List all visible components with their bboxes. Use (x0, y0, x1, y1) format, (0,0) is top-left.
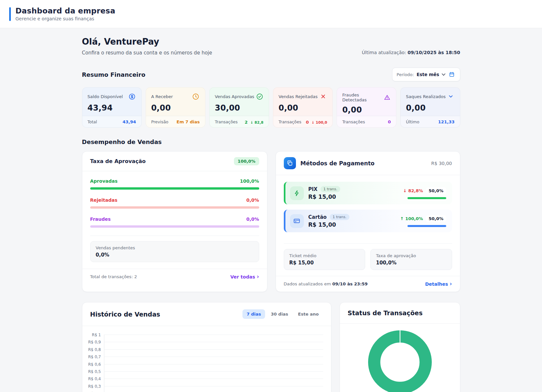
stat-footer-value: 0 (388, 119, 391, 124)
period-value: Este mês (417, 72, 439, 77)
payment-methods-icon (284, 157, 296, 169)
stat-footer-value: Em 7 dias (177, 119, 200, 124)
stat-label: Vendas Rejeitadas (279, 94, 318, 99)
stat-card-fraudes-detectadas[interactable]: Fraudes Detectadas 0,00 Transações 0 (337, 87, 396, 128)
method-trans-badge: 1 trans. (321, 186, 340, 192)
last-update-value: 09/10/2025 às 18:50 (407, 50, 460, 55)
check-circle-icon (256, 93, 263, 100)
last-update-label: Última atualização: (362, 50, 406, 55)
y-tick: R$ 1 (86, 333, 104, 340)
total-transactions: Total de transações: 2 (90, 274, 137, 279)
stat-footer-label: Transações (215, 119, 238, 124)
warning-triangle-icon (383, 93, 391, 101)
stat-label: Saldo Disponível (88, 94, 123, 99)
approval-title: Taxa de Aprovação (90, 158, 146, 164)
rate-row-aprovadas: Aprovadas 100,0% (90, 178, 259, 190)
stat-card-saques-realizados[interactable]: Saques Realizados 0,00 Último 121,33 (400, 87, 460, 128)
chart-plot-area (104, 335, 323, 392)
page-subtitle: Gerencie e organize suas finanças (15, 16, 115, 21)
method-name: PIX (308, 186, 318, 192)
chevron-down-icon (447, 93, 455, 100)
stat-card-a-receber[interactable]: A Receber 0,00 Previsão Em 7 dias (146, 87, 205, 128)
methods-updated: Dados atualizados em 09/10 às 23:59 (284, 281, 368, 286)
method-share-badge: 50,0% (426, 187, 446, 194)
greeting-title: Olá, VenturePay (82, 37, 212, 47)
period-label: Período: (397, 72, 414, 77)
stat-footer-label: Total (88, 119, 97, 124)
pending-sales-box: Vendas pendentes 0,0% (90, 241, 259, 262)
tab-este-ano[interactable]: Este ano (294, 309, 323, 319)
y-tick: R$ 0,3 (86, 384, 104, 391)
rate-row-fraudes: Fraudes 0,0% (90, 217, 259, 228)
stat-value: 43,94 (88, 103, 136, 113)
taxa-aprovacao-box: Taxa de aprovação 100,0% (370, 249, 452, 270)
y-tick: R$ 0,9 (86, 340, 104, 347)
tab-30-dias[interactable]: 30 dias (266, 309, 292, 319)
methods-total: R$ 30,00 (431, 161, 452, 166)
ticket-medio-box: Ticket médio R$ 15,00 (284, 249, 365, 270)
clock-icon (192, 93, 200, 100)
stat-value: 30,00 (215, 103, 263, 113)
page-title: Dashboard da empresa (15, 7, 115, 15)
rate-bar-aprovadas (90, 187, 259, 190)
rate-label: Fraudes (90, 217, 111, 222)
stat-value: 0,00 (406, 103, 454, 113)
greeting-subtitle: Confira o resumo da sua conta e os númer… (82, 50, 212, 56)
credit-card-icon (290, 214, 304, 228)
rate-value: 100,0% (240, 178, 259, 184)
stat-card-vendas-rejeitadas[interactable]: Vendas Rejeitadas 0,00 Transações 0 ↓ 10… (273, 87, 333, 128)
stat-footer-value: 0 (306, 120, 309, 125)
stat-card-saldo-disponivel[interactable]: Saldo Disponível 43,94 Total 43,94 (82, 87, 142, 128)
method-share-badge: 50,0% (426, 215, 446, 222)
rate-value: 0,0% (246, 197, 259, 203)
method-trans-badge: 1 trans. (330, 214, 349, 220)
approval-rate-card: Taxa de Aprovação 100,0% Aprovadas 100,0… (82, 151, 267, 292)
last-update: Última atualização: 09/10/2025 às 18:50 (362, 50, 460, 56)
transaction-status-card: Status de Transações (340, 302, 460, 392)
stat-card-vendas-aprovadas[interactable]: Vendas Aprovadas 30,00 Transações 2 ↓ 82… (209, 87, 269, 128)
mstat-value: R$ 15,00 (289, 260, 360, 266)
rate-row-rejeitadas: Rejeitadas 0,0% (90, 197, 259, 209)
greeting-row: Olá, VenturePay Confira o resumo da sua … (82, 37, 460, 56)
sales-history-card: Histórico de Vendas 7 dias 30 dias Este … (82, 302, 331, 392)
rate-label: Aprovadas (90, 178, 118, 184)
chevron-right-icon: › (257, 274, 259, 279)
stat-footer-label: Transações (279, 119, 301, 124)
y-tick: R$ 0,4 (86, 377, 104, 384)
stat-footer-label: Transações (342, 119, 365, 124)
stat-value: 0,00 (342, 105, 391, 114)
period-selector[interactable]: Período: Este mês (392, 68, 460, 81)
donut-icon (368, 330, 432, 392)
chart-y-axis: R$ 1 R$ 0,9 R$ 0,8 R$ 0,7 R$ 0,6 R$ 0,5 … (86, 335, 104, 392)
mstat-label: Ticket médio (289, 253, 360, 258)
stat-label: Saques Realizados (406, 94, 446, 99)
rate-value: 0,0% (246, 217, 259, 222)
method-name: Cartão (308, 214, 327, 220)
stat-footer-label: Previsão (151, 119, 169, 124)
payment-methods-card: Métodos de Pagamento R$ 30,00 PIX 1 tran… (276, 151, 460, 292)
chevron-down-icon (442, 72, 445, 75)
details-link[interactable]: Detalhes › (425, 281, 452, 287)
details-label: Detalhes (425, 281, 448, 287)
tab-7-dias[interactable]: 7 dias (242, 309, 265, 319)
performance-heading: Desempenho de Vendas (82, 138, 162, 145)
method-delta: ↓ 82,8% (403, 188, 423, 193)
status-title: Status de Transações (348, 309, 423, 317)
calendar-icon[interactable] (448, 71, 456, 78)
method-row-pix[interactable]: PIX 1 trans. R$ 15,00 ↓ 82,8% 50,0% (284, 182, 452, 204)
stat-footer-label: Último (406, 119, 419, 124)
app-header: Dashboard da empresa Gerencie e organize… (0, 0, 542, 28)
y-tick: R$ 0,5 (86, 369, 104, 377)
summary-heading: Resumo Financeiro (82, 71, 146, 78)
pending-label: Vendas pendentes (96, 245, 254, 250)
stat-label: Fraudes Detectadas (342, 93, 383, 102)
rate-bar-fraudes (90, 225, 259, 228)
view-all-link[interactable]: Ver todas › (230, 274, 259, 279)
mstat-value: 100,0% (376, 260, 447, 266)
methods-title: Métodos de Pagamento (301, 160, 375, 167)
method-row-cartao[interactable]: Cartão 1 trans. R$ 15,00 ↑ 100,0% 50,0% (284, 210, 452, 232)
rate-label: Rejeitadas (90, 197, 117, 203)
stat-label: Vendas Aprovadas (215, 94, 254, 99)
method-bar-pix (407, 197, 446, 199)
methods-updated-value: 09/10 às 23:59 (332, 281, 368, 286)
